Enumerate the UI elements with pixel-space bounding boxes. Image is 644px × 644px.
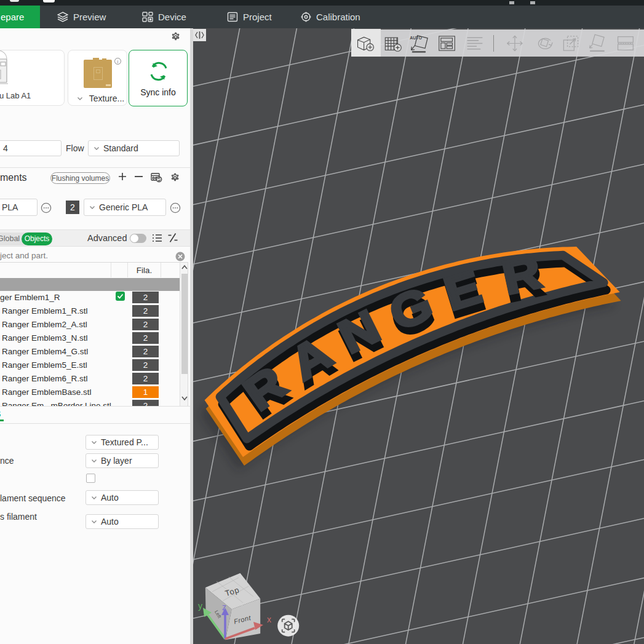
svg-text:x: x (267, 614, 271, 624)
svg-text:y: y (198, 601, 202, 611)
svg-text:z: z (222, 602, 226, 612)
